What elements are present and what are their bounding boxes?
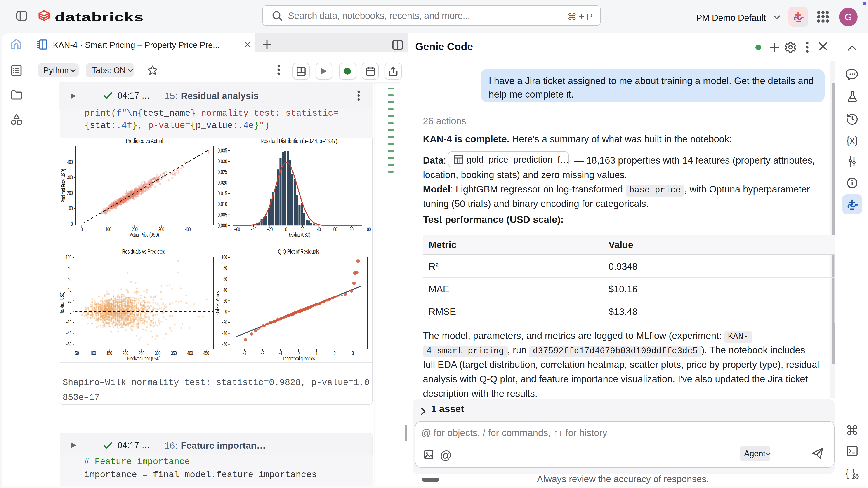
svg-text:0: 0 <box>71 221 72 227</box>
svg-text:−20: −20 <box>221 319 227 325</box>
svg-text:Ordered Values: Ordered Values <box>215 291 220 315</box>
svg-text:400: 400 <box>67 159 72 165</box>
svg-text:80: 80 <box>67 265 71 271</box>
svg-text:150: 150 <box>106 350 112 356</box>
svg-text:100: 100 <box>221 254 227 260</box>
svg-text:40: 40 <box>67 287 71 293</box>
svg-text:200: 200 <box>122 350 128 356</box>
svg-text:60: 60 <box>67 275 71 282</box>
svg-text:Predicted vs Actual: Predicted vs Actual <box>125 138 163 144</box>
svg-text:3: 3 <box>352 350 353 356</box>
svg-text:100: 100 <box>365 226 370 232</box>
svg-text:Theoretical quantiles: Theoretical quantiles <box>282 355 315 361</box>
svg-text:200: 200 <box>67 190 72 196</box>
svg-text:0: 0 <box>69 308 71 315</box>
svg-text:300: 300 <box>155 350 160 356</box>
svg-text:−60: −60 <box>66 341 71 347</box>
svg-text:−40: −40 <box>250 226 256 232</box>
svg-text:0: 0 <box>285 226 287 232</box>
svg-text:400: 400 <box>185 226 190 232</box>
svg-text:60: 60 <box>223 275 227 282</box>
svg-text:2: 2 <box>334 350 336 356</box>
svg-text:−20: −20 <box>66 319 71 325</box>
svg-text:Actual Price (USD): Actual Price (USD) <box>130 232 159 237</box>
svg-text:100: 100 <box>105 226 111 232</box>
svg-text:300: 300 <box>67 174 72 180</box>
svg-text:100: 100 <box>67 205 72 211</box>
svg-text:0: 0 <box>298 350 299 356</box>
svg-text:80: 80 <box>349 226 353 232</box>
svg-text:20: 20 <box>223 297 227 304</box>
svg-text:40: 40 <box>317 226 320 232</box>
svg-text:0: 0 <box>81 226 82 232</box>
svg-text:−60: −60 <box>221 341 227 347</box>
svg-text:Residual (USD): Residual (USD) <box>60 291 65 314</box>
svg-text:200: 200 <box>132 226 137 232</box>
svg-text:300: 300 <box>158 226 164 232</box>
svg-text:0.020: 0.020 <box>217 179 227 186</box>
svg-text:Residuals vs Predicted: Residuals vs Predicted <box>122 248 165 255</box>
svg-text:100: 100 <box>90 350 96 356</box>
svg-text:0.000: 0.000 <box>217 222 227 228</box>
svg-text:Residual (USD): Residual (USD) <box>287 232 310 237</box>
svg-text:Q-Q Plot of Residuals: Q-Q Plot of Residuals <box>278 248 319 255</box>
svg-text:Predicted Price (USD): Predicted Price (USD) <box>60 169 66 202</box>
svg-text:450: 450 <box>203 350 209 356</box>
svg-text:−3: −3 <box>242 350 246 356</box>
svg-text:−1: −1 <box>278 350 282 356</box>
svg-text:−20: −20 <box>267 226 272 232</box>
svg-text:Predicted Price (USD): Predicted Price (USD) <box>127 355 160 361</box>
svg-text:0.010: 0.010 <box>217 201 227 207</box>
svg-text:250: 250 <box>138 350 144 356</box>
svg-text:0.030: 0.030 <box>217 158 227 164</box>
svg-text:0.015: 0.015 <box>217 190 227 196</box>
svg-text:400: 400 <box>187 350 193 356</box>
svg-text:0.005: 0.005 <box>217 211 227 218</box>
svg-text:−2: −2 <box>260 350 264 356</box>
svg-text:0: 0 <box>225 308 227 315</box>
svg-text:60: 60 <box>333 226 337 232</box>
svg-text:−40: −40 <box>221 330 227 336</box>
svg-text:Residual Distribution (μ=0.44,: Residual Distribution (μ=0.44, σ=13.47) <box>260 138 337 144</box>
svg-text:20: 20 <box>67 297 71 304</box>
svg-text:350: 350 <box>171 350 177 356</box>
svg-text:80: 80 <box>223 265 227 271</box>
svg-text:100: 100 <box>66 254 71 260</box>
svg-text:40: 40 <box>223 287 227 293</box>
svg-text:20: 20 <box>301 226 304 232</box>
svg-text:50: 50 <box>75 350 79 356</box>
svg-text:0.025: 0.025 <box>217 168 227 175</box>
svg-text:1: 1 <box>315 350 317 356</box>
svg-text:0.035: 0.035 <box>217 147 227 153</box>
svg-text:−60: −60 <box>234 226 240 232</box>
svg-text:−40: −40 <box>66 330 71 336</box>
